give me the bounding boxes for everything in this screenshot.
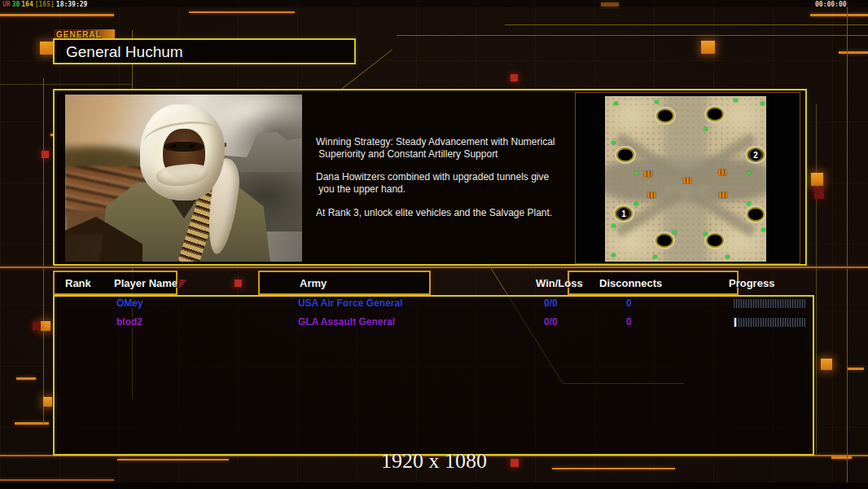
bottom-strip	[0, 482, 868, 489]
map-tree-dot	[726, 255, 730, 258]
circuit-node	[40, 42, 53, 55]
divider-line	[0, 267, 868, 268]
circuit-node-red	[33, 322, 40, 330]
column-header-win-loss[interactable]: Win/Loss	[536, 277, 583, 289]
circuit-trace	[847, 7, 848, 489]
row2-disconnects: 0	[626, 316, 632, 328]
map-crater	[706, 233, 724, 248]
map-crater	[655, 233, 673, 248]
circuit-node	[43, 397, 52, 407]
map-tree-dot	[747, 202, 751, 205]
circuit-node-red	[511, 74, 518, 82]
strategy-paragraph: Dana Howitzers combined with upgraded tu…	[316, 171, 593, 195]
map-tree-dot	[747, 171, 751, 174]
row1-win-loss: 0/0	[544, 297, 558, 309]
debug-overlay: UR30164[165]18:39:29	[2, 1, 89, 8]
game-screen: UR30164[165]18:39:29 00:00:00 GENERAL Ge…	[0, 0, 868, 489]
map-structures	[718, 170, 726, 175]
row1-disconnects: 0	[626, 297, 632, 309]
map-tree-dot	[761, 228, 765, 231]
row1-progress-bar	[733, 298, 806, 309]
map-structures	[719, 192, 727, 198]
map-tree-dot	[734, 99, 738, 102]
circuit-line	[189, 11, 295, 13]
general-title-box: General Huchum	[53, 38, 356, 64]
map-tree-dot	[614, 102, 618, 105]
circuit-line	[16, 377, 36, 380]
map-tree-dot	[761, 102, 765, 105]
strategy-paragraph: At Rank 3, unlock elite vehicles and the…	[316, 207, 593, 219]
map-structures	[644, 171, 652, 177]
debug-label: UR	[2, 1, 11, 8]
map-start-marker-1: 1	[617, 207, 630, 220]
map-tree-dot	[655, 100, 659, 104]
debug-frame-alt: [165]	[35, 1, 55, 8]
game-timer: 00:00:00	[815, 1, 847, 8]
circuit-node-red	[235, 280, 242, 287]
circuit-line	[839, 51, 868, 54]
map-structures	[647, 192, 655, 198]
minimap-image: 1 2	[605, 96, 766, 262]
circuit-line	[0, 14, 114, 16]
circuit-line	[810, 14, 868, 16]
column-header-progress[interactable]: Progress	[729, 277, 774, 289]
strategy-paragraph: Winning Strategy: Steady Advancement wit…	[316, 136, 593, 160]
column-header-player-name[interactable]: Player Name	[114, 277, 178, 289]
circuit-trace	[505, 24, 868, 25]
map-tree-dot	[634, 202, 638, 205]
column-header-army[interactable]: Army	[300, 277, 327, 289]
map-crater	[616, 148, 634, 162]
map-start-marker-2: 2	[749, 148, 762, 161]
top-strip	[0, 0, 868, 7]
map-road	[664, 96, 708, 170]
debug-fps: 30	[12, 1, 20, 8]
circuit-node	[41, 321, 50, 331]
row2-player-name[interactable]: blod2	[116, 316, 142, 328]
column-header-disconnects[interactable]: Disconnects	[599, 277, 662, 289]
general-portrait-image	[65, 95, 302, 262]
circuit-node	[701, 41, 715, 54]
resolution-label: 1920 x 1080	[0, 449, 868, 474]
progress-tick	[734, 318, 736, 327]
row2-army: GLA Assault General	[298, 316, 395, 328]
map-tree-dot	[704, 127, 708, 130]
player-stats-table	[53, 295, 814, 456]
debug-clock: 18:39:29	[56, 1, 88, 8]
map-tree-dot	[612, 141, 616, 144]
portrait-eye	[189, 144, 195, 148]
circuit-trace	[43, 78, 44, 424]
map-crater	[656, 108, 674, 123]
mouse-cursor	[178, 279, 187, 289]
circuit-trace	[0, 84, 133, 85]
map-tree-dot	[704, 232, 708, 236]
header-box-army	[258, 271, 431, 295]
row2-win-loss: 0/0	[544, 316, 558, 328]
map-tree-dot	[673, 231, 677, 234]
portrait-eye	[171, 144, 177, 148]
circuit-node	[821, 359, 832, 370]
circuit-node-red	[814, 187, 824, 199]
circuit-line	[848, 368, 864, 370]
map-crater	[747, 207, 765, 222]
minimap-panel: 1 2	[575, 92, 800, 264]
circuit-trace	[397, 35, 868, 36]
circuit-line	[0, 479, 114, 481]
page-title: General Huchum	[66, 43, 183, 61]
circuit-node	[811, 173, 823, 186]
row1-army: USA Air Force General	[298, 297, 402, 309]
circuit-node-red	[42, 151, 49, 158]
debug-frame: 164	[21, 1, 33, 8]
map-structures	[683, 178, 691, 183]
general-info-panel: Winning Strategy: Steady Advancement wit…	[53, 89, 807, 266]
map-tree-dot	[612, 253, 616, 257]
map-crater	[706, 107, 724, 121]
map-tree-dot	[634, 171, 638, 174]
row1-player-name[interactable]: OMey	[116, 297, 143, 309]
column-header-rank[interactable]: Rank	[65, 277, 91, 289]
circuit-trace	[816, 104, 817, 456]
row2-progress-bar	[733, 317, 806, 328]
strategy-text: Winning Strategy: Steady Advancement wit…	[316, 136, 593, 230]
map-tree-dot	[612, 224, 616, 227]
map-tree-dot	[653, 255, 657, 258]
